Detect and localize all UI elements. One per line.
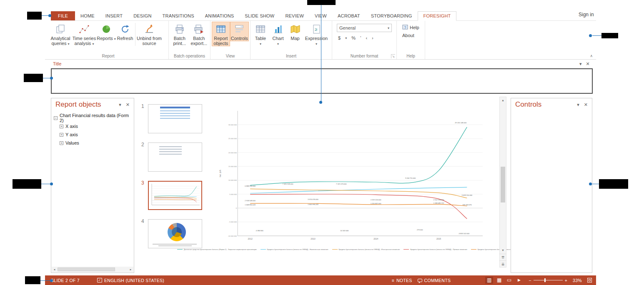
slide-show-button[interactable]: ▶ <box>515 277 523 284</box>
dialog-launcher-icon[interactable]: ↘ <box>391 54 395 58</box>
slide-canvas[interactable]: -10 000 000-5 000 00005 000 00010 000 00… <box>212 98 499 274</box>
number-format-combobox[interactable]: General ▾ <box>337 24 392 32</box>
zoom-slider[interactable] <box>534 280 563 280</box>
title-pane-menu-icon[interactable]: ▾ <box>579 61 582 67</box>
callout-dot-status-bar <box>50 279 53 282</box>
currency-format-button[interactable]: $ <box>338 35 341 40</box>
tree-expand-icon[interactable]: + <box>60 141 63 145</box>
insert-table-button[interactable]: Table ▾ <box>252 22 269 47</box>
report-objects-toggle-button[interactable]: Report objects <box>212 22 230 46</box>
refresh-button[interactable]: Refresh <box>116 22 134 41</box>
reports-button[interactable]: Reports ▾ <box>97 22 116 42</box>
callout-box-controls <box>599 179 628 189</box>
slide-sorter-view-button[interactable]: ▦ <box>495 277 503 284</box>
callout-box-report-objects <box>13 179 41 189</box>
slide-thumbnail-3-selected[interactable] <box>148 181 202 210</box>
tab-insert[interactable]: INSERT <box>100 11 128 20</box>
time-series-analysis-button[interactable]: Time series analysis ▾ <box>72 22 97 47</box>
scroll-up-icon[interactable]: ▴ <box>500 97 506 104</box>
unbind-from-source-button[interactable]: Unbind from source <box>136 22 162 46</box>
chart-data-label: 2 918 508.000 <box>245 200 256 202</box>
help-button[interactable]: ? Help <box>402 24 419 31</box>
analytical-queries-button[interactable]: Analytical queries ▾ <box>49 22 72 47</box>
refresh-label: Refresh <box>117 36 133 41</box>
about-button[interactable]: About <box>402 33 419 38</box>
slide-thumbnail-4[interactable] <box>148 219 202 248</box>
scroll-down-icon[interactable]: ▾ <box>500 247 506 254</box>
batch-print-button[interactable]: Batch print... <box>170 22 189 46</box>
previous-slide-button[interactable]: ⇈ <box>500 254 506 260</box>
tab-acrobat[interactable]: ACROBAT <box>332 11 366 20</box>
horizontal-scrollbar[interactable]: ◂ ▸ <box>52 267 133 272</box>
controls-close-icon[interactable]: ✕ <box>584 102 588 108</box>
slide-number: 4 <box>141 218 147 224</box>
scroll-right-icon[interactable]: ▸ <box>128 268 133 271</box>
notes-button[interactable]: ≡ NOTES <box>391 278 412 283</box>
zoom-slider-thumb[interactable] <box>544 278 546 282</box>
slide-thumbnail-2[interactable] <box>148 142 202 172</box>
callout-box-file-tab <box>27 12 42 20</box>
batch-export-icon <box>189 22 209 36</box>
tree-item-x-axis[interactable]: + X axis <box>54 122 131 130</box>
vertical-scrollbar[interactable]: ▴ ▾ ⇈ ⇊ <box>499 97 506 268</box>
tab-review[interactable]: REVIEW <box>280 11 309 20</box>
tree-item-values[interactable]: + Values <box>54 139 131 147</box>
tab-storyboarding[interactable]: STORYBOARDING <box>366 11 418 20</box>
report-objects-menu-icon[interactable]: ▾ <box>119 102 121 108</box>
reading-view-button[interactable]: ▭ <box>505 277 513 284</box>
tab-slide-show[interactable]: SLIDE SHOW <box>239 11 280 20</box>
horizontal-scrollbar-thumb[interactable] <box>58 268 115 271</box>
zoom-percentage[interactable]: 33% <box>573 278 582 283</box>
chart-data-label: 9 244 711.000 <box>405 177 416 179</box>
language-indicator[interactable]: ✓ ENGLISH (UNITED STATES) <box>97 278 164 283</box>
tree-expand-icon[interactable]: + <box>60 133 63 137</box>
slide-thumbnail-1[interactable] <box>148 104 202 133</box>
tab-transitions[interactable]: TRANSITIONS <box>157 11 200 20</box>
tree-expand-icon[interactable]: + <box>60 125 63 128</box>
collapse-ribbon-icon[interactable]: ∧ <box>590 54 593 58</box>
fit-slide-to-window-button[interactable] <box>587 278 592 282</box>
tab-design[interactable]: DESIGN <box>128 11 157 20</box>
controls-menu-icon[interactable]: ▾ <box>577 102 579 108</box>
tab-foresight[interactable]: FORESIGHT <box>418 11 457 21</box>
zoom-in-button[interactable]: + <box>565 278 567 283</box>
insert-map-button[interactable]: Map <box>287 22 303 41</box>
percent-format-button[interactable]: % <box>351 35 356 40</box>
title-pane-close-icon[interactable]: ✕ <box>586 61 590 67</box>
insert-expression-button[interactable]: ≥ Expression ▾ <box>303 22 329 47</box>
insert-chart-button[interactable]: Chart ▾ <box>269 22 287 47</box>
series-line <box>154 200 197 200</box>
increase-decimal-button[interactable]: › <box>372 35 373 40</box>
batch-export-button[interactable]: Batch export... <box>189 22 209 46</box>
comments-button[interactable]: COMMENTS <box>418 278 451 283</box>
report-objects-close-icon[interactable]: ✕ <box>126 102 130 108</box>
insert-group-label: Insert <box>251 54 332 58</box>
decrease-decimal-button[interactable]: ‹ <box>366 35 367 40</box>
normal-view-button[interactable]: ▥ <box>485 277 493 284</box>
vertical-scrollbar-track[interactable] <box>501 104 505 247</box>
tree-collapse-icon[interactable]: − <box>54 116 58 120</box>
thousands-separator-button[interactable]: ’ <box>360 35 361 40</box>
svg-text:≥: ≥ <box>315 27 317 32</box>
chart-data-label: 14 163 006 <box>340 230 349 232</box>
chart-data-label: 3 628 150.000 <box>462 194 473 196</box>
dropdown-arrow-icon: ▾ <box>260 42 261 46</box>
title-textbox[interactable] <box>51 68 593 94</box>
tree-root-row[interactable]: − Chart Financial results data (Form 2) <box>54 114 131 122</box>
controls-toggle-button[interactable]: Controls <box>230 22 249 41</box>
tree-item-y-axis[interactable]: + Y axis <box>54 130 131 139</box>
legend-item: Денежные средства бухгалтерского баланса… <box>177 248 257 250</box>
tab-animations[interactable]: ANIMATIONS <box>200 11 240 20</box>
vertical-scrollbar-thumb[interactable] <box>501 167 505 202</box>
series-line <box>250 194 467 219</box>
tab-home[interactable]: HOME <box>75 11 100 20</box>
zoom-out-button[interactable]: − <box>529 278 531 283</box>
controls-panel-header: Controls ▾ ✕ <box>511 98 592 110</box>
scroll-left-icon[interactable]: ◂ <box>52 268 57 271</box>
next-slide-button[interactable]: ⇊ <box>500 260 506 267</box>
legend-item: Кредиты бухгалтерского баланса (взносы п… <box>261 248 328 250</box>
legend-item: Кредиты бухгалтерского баланса (взносы п… <box>403 248 467 250</box>
y-tick-label: -10 000 000 <box>228 235 237 237</box>
tab-file[interactable]: FILE <box>51 11 75 20</box>
svg-text:?: ? <box>404 25 406 30</box>
